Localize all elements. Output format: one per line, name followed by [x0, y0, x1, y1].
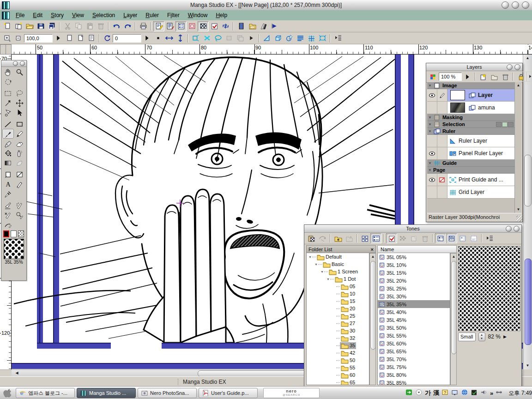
- spin-button[interactable]: [53, 33, 64, 43]
- eyedropper-tool[interactable]: [2, 189, 14, 199]
- menu-ruler[interactable]: Ruler: [141, 11, 163, 19]
- opt-c-button[interactable]: [457, 233, 468, 243]
- tone-list-scrollbar[interactable]: ▲: [450, 253, 457, 385]
- rect-tool[interactable]: [14, 119, 25, 129]
- line-tool[interactable]: [2, 119, 14, 129]
- tree-item-10[interactable]: 10: [307, 290, 369, 297]
- menu-filter[interactable]: Filter: [163, 11, 184, 19]
- bucket-tool[interactable]: [2, 148, 14, 158]
- tone-item-35l30[interactable]: 35L 30%: [378, 292, 450, 300]
- trash-button[interactable]: [500, 72, 511, 82]
- pen-x-tool[interactable]: [2, 210, 14, 220]
- folder-tree-scrollbar[interactable]: ▲: [369, 253, 376, 385]
- pick-tool[interactable]: [2, 108, 14, 117]
- pencil-tool[interactable]: [14, 129, 25, 139]
- save-button[interactable]: [35, 21, 46, 31]
- tray-text[interactable]: »: [490, 390, 493, 397]
- folder-list-close-icon[interactable]: ×: [371, 247, 374, 252]
- preview-size-select[interactable]: Small: [458, 332, 476, 341]
- tone-item-35l70[interactable]: 35L 70%: [378, 355, 450, 363]
- tone-item-35l55[interactable]: 35L 55%: [378, 332, 450, 339]
- visibility-cell[interactable]: [427, 89, 437, 101]
- dot-button[interactable]: [152, 33, 163, 43]
- 100-field[interactable]: 100 %: [439, 73, 462, 81]
- t-grid-button[interactable]: [306, 33, 317, 43]
- group-collapse-icon[interactable]: ▼: [428, 122, 432, 127]
- tone-item-35l15[interactable]: 35L 15%: [378, 269, 450, 277]
- tone-item-35l45[interactable]: 35L 45%: [378, 316, 450, 324]
- hand-tool[interactable]: [2, 67, 14, 77]
- tree-item-35[interactable]: 35: [307, 342, 369, 349]
- curve-pen-tool[interactable]: [2, 220, 14, 230]
- menu-list-button[interactable]: [526, 72, 532, 82]
- pen-tool[interactable]: [2, 129, 14, 139]
- layers-scroll-down-icon[interactable]: ▼: [515, 206, 522, 213]
- size-stepper[interactable]: ▲▼: [478, 332, 485, 341]
- t-box-button[interactable]: [272, 33, 284, 43]
- task-pdf[interactable]: User's Guide.p...: [199, 388, 258, 398]
- materials-folder-button[interactable]: [247, 21, 258, 31]
- flag-menu-button[interactable]: [269, 21, 280, 31]
- preview-more-icon[interactable]: ▶: [503, 334, 507, 339]
- tone-item-35l75[interactable]: 35L 75%: [378, 363, 450, 371]
- zoom-out-button[interactable]: [13, 33, 24, 43]
- layer-group-guide[interactable]: ▼Guide: [427, 160, 515, 167]
- tray-display[interactable]: [451, 389, 459, 397]
- visibility-cell[interactable]: [427, 102, 437, 114]
- edit-cell[interactable]: [437, 135, 447, 147]
- open-button[interactable]: [24, 21, 35, 31]
- nero-search-box[interactable]: nero @SEARCH: [263, 388, 320, 398]
- pen2-tool[interactable]: [14, 179, 25, 189]
- menu-file[interactable]: File: [12, 11, 29, 19]
- edit-cell[interactable]: [437, 186, 447, 198]
- wand-tool[interactable]: [2, 98, 14, 108]
- menu-layer[interactable]: Layer: [119, 11, 141, 19]
- layer-group-ruler[interactable]: ▼Ruler: [427, 128, 515, 135]
- eraser-tool[interactable]: [14, 139, 25, 148]
- layer-row-grid-layer[interactable]: Grid Layer: [427, 186, 515, 199]
- group-collapse-icon[interactable]: ▼: [428, 115, 432, 120]
- tree-item-25[interactable]: 25: [307, 312, 369, 320]
- tree-item-32[interactable]: 32: [307, 334, 369, 342]
- t-frame-button[interactable]: [317, 33, 328, 43]
- page-list-button[interactable]: [86, 33, 97, 43]
- tones-close-button[interactable]: [514, 226, 520, 232]
- move-tool[interactable]: [14, 98, 25, 108]
- edit-cell[interactable]: [437, 147, 447, 159]
- maximize-button[interactable]: [512, 1, 519, 9]
- paste-button[interactable]: [84, 21, 95, 31]
- gray1-button[interactable]: [224, 33, 235, 43]
- rotate-button[interactable]: [102, 33, 113, 43]
- checkbox-button[interactable]: [209, 21, 220, 31]
- tree-expand-icon[interactable]: ▼: [308, 255, 312, 259]
- tree-scroll-up-icon[interactable]: ▲: [369, 254, 376, 260]
- 1000-field[interactable]: 100,0: [24, 34, 53, 42]
- tone-item-35l40[interactable]: 35L 40%: [378, 308, 450, 316]
- new-layer-button[interactable]: [478, 72, 489, 82]
- visibility-cell[interactable]: [427, 186, 437, 198]
- layer-group-masking[interactable]: ▼Masking: [427, 114, 515, 121]
- trash-button[interactable]: [419, 233, 430, 243]
- marquee-tool[interactable]: [2, 88, 14, 98]
- page-pen-button[interactable]: [153, 21, 164, 31]
- tray-globe[interactable]: [461, 389, 468, 397]
- no-print-cell[interactable]: [437, 174, 447, 186]
- tree-item-1-screen[interactable]: ▼1 Screen: [307, 268, 369, 275]
- tool-palette-titlebar[interactable]: [1, 60, 26, 67]
- vertical-scrollbar[interactable]: ▲ ▼: [523, 54, 532, 369]
- tree-item-15[interactable]: 15: [307, 297, 369, 305]
- group-collapse-icon[interactable]: ▼: [428, 161, 432, 165]
- tray-text[interactable]: 가: [425, 389, 431, 397]
- tree-item-basic[interactable]: ▼Basic: [307, 260, 369, 268]
- layer-group-image[interactable]: ▼Image: [427, 82, 515, 89]
- menu-list-button[interactable]: [484, 233, 495, 243]
- dots-pen-tool[interactable]: [14, 200, 25, 210]
- menu-edit[interactable]: Edit: [29, 11, 47, 19]
- tray-net[interactable]: [496, 389, 503, 397]
- layer-row-panel-ruler-layer[interactable]: Panel Ruler Layer: [427, 147, 515, 160]
- marker-tool[interactable]: [2, 139, 14, 148]
- new-tone-button[interactable]: [408, 233, 419, 243]
- snap-lasso-button[interactable]: [212, 33, 224, 43]
- tones-collapse-button[interactable]: [506, 226, 512, 232]
- gradient-tool[interactable]: [2, 158, 14, 168]
